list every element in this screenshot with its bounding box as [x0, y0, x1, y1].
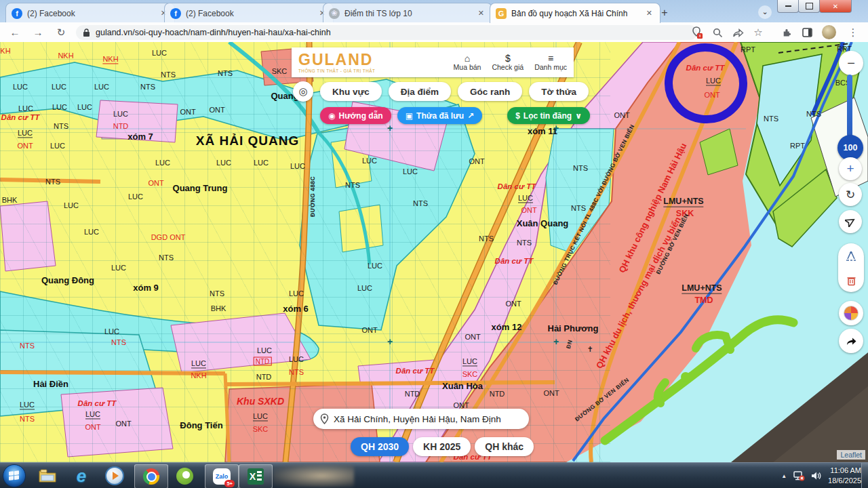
internet-explorer-button[interactable]: e [70, 464, 93, 487]
coccoc-button[interactable] [173, 464, 196, 487]
extensions-icon[interactable] [778, 24, 795, 41]
tab-facebook-1[interactable]: f (2) Facebook ✕ [5, 3, 175, 23]
profile-avatar[interactable] [822, 25, 836, 39]
tab-diem-thi[interactable]: ❀ Điểm thi TS lớp 10 ✕ [323, 3, 492, 23]
qh-2030-button[interactable]: QH 2030 [351, 437, 409, 456]
map-label: XÃ HẢI QUANG [196, 134, 299, 148]
map-label: Dân cư TT [498, 182, 536, 191]
map-label: ONT [521, 206, 536, 214]
map-label: LUC [191, 359, 206, 368]
map-label: + [553, 337, 559, 347]
map-label: Quang Đông [41, 276, 94, 285]
measure-tool-group [838, 243, 864, 292]
side-panel-icon[interactable] [799, 24, 815, 41]
dollar-icon: $ [515, 111, 520, 121]
excel-button[interactable]: X [239, 464, 273, 488]
map-label: LUC [155, 159, 170, 167]
search-icon[interactable] [709, 24, 726, 41]
map-label: ĐƯỜNG 488C [310, 176, 316, 217]
map-label: LUC [254, 159, 269, 167]
tab-close-icon[interactable]: ✕ [644, 8, 654, 18]
media-player-button[interactable] [103, 464, 126, 487]
map-label: RPT [790, 142, 805, 150]
share-icon[interactable] [730, 24, 746, 41]
tab-to-thua[interactable]: Tờ thửa [529, 82, 589, 101]
map-label: LUC [706, 77, 721, 85]
tab-guland-active[interactable]: G Bản đồ quy hoạch Xã Hải Chính ✕ [490, 3, 660, 23]
map-label: SKC [272, 67, 288, 75]
chrome-button[interactable] [134, 464, 168, 488]
map-label: Dân cư TT [396, 367, 435, 375]
map-label: xóm 7 [127, 132, 153, 142]
map-viewport[interactable]: KHNKHNKHLUCNTSNTSSKCLUCLUCLUCNTSLUCLUCLU… [0, 42, 868, 462]
window-maximize-button[interactable] [798, 0, 820, 13]
trash-icon[interactable] [846, 275, 856, 286]
map-label: LUC [94, 83, 109, 91]
map-label: NTS [111, 338, 126, 346]
map-search-bar[interactable]: Xã Hải Chính, Huyện Hải Hậu, Nam Định [313, 409, 529, 429]
location-blocked-icon[interactable]: x [689, 24, 705, 41]
zoom-in-button[interactable]: + [839, 157, 862, 180]
map-label: ONT [148, 179, 163, 187]
browser-menu-icon[interactable]: ⋮ [845, 24, 861, 41]
back-icon[interactable]: ← [7, 24, 23, 41]
tab-search-button[interactable]: ⌄ [758, 5, 772, 19]
map-label: Khu SXKD [237, 396, 284, 407]
tab-khu-vuc[interactable]: Khu vực [320, 82, 382, 101]
tab-strip: f (2) Facebook ✕ f (2) Facebook ✕ ❀ Điểm… [0, 0, 868, 22]
address-bar[interactable]: guland.vn/soi-quy-hoach/nam-dinh/huyen-h… [76, 25, 697, 40]
zoom-slider[interactable] [847, 75, 852, 137]
window-minimize-button[interactable] [777, 0, 799, 13]
saved-parcel-icon: ▣ [406, 111, 413, 121]
map-label: ONT [505, 300, 521, 308]
start-button[interactable] [3, 464, 26, 487]
map-label: NKH [58, 52, 73, 60]
menu-danh-muc[interactable]: ≡ Danh mục [534, 54, 567, 71]
map-label: BHK [211, 304, 226, 312]
measure-compass-icon[interactable] [845, 250, 857, 262]
map-label: ✝ [587, 345, 593, 353]
menu-mua-ban[interactable]: ⌂ Mua bán [454, 54, 481, 71]
huong-dan-button[interactable]: ◉ Hướng dẫn [320, 107, 391, 124]
map-label: NTS [764, 115, 778, 123]
menu-check-gia[interactable]: $ Check giá [492, 54, 524, 71]
locate-button[interactable]: ◎ [293, 81, 313, 102]
share-map-button[interactable] [839, 329, 863, 353]
bookmark-star-icon[interactable]: ☆ [750, 24, 766, 41]
map-label: NTS [573, 164, 588, 172]
taskbar-clock[interactable]: 11:06 AM 18/6/2025 [828, 466, 861, 486]
map-mode-tabs: ◎ Khu vực Địa điểm Góc ranh Tờ thửa [293, 81, 589, 102]
tab-facebook-2[interactable]: f (2) Facebook ✕ [164, 3, 334, 23]
tab-dia-diem[interactable]: Địa điểm [389, 82, 451, 101]
arrow-up-right-icon: ↗ [467, 111, 474, 121]
speaker-icon[interactable] [811, 471, 822, 481]
guland-logo[interactable]: GULAND THÔNG TIN THẬT - GIÁ TRỊ THẬT [298, 52, 375, 73]
layers-palette-button[interactable] [839, 301, 863, 325]
explorer-button[interactable] [36, 464, 59, 487]
map-label: NTD [405, 390, 420, 398]
forward-icon[interactable]: → [30, 24, 46, 41]
zalo-button[interactable]: Zalo 5+ [205, 464, 239, 488]
leaflet-attribution[interactable]: Leaflet [837, 450, 865, 460]
network-disconnected-icon[interactable] [793, 470, 805, 481]
window-close-button[interactable]: ✕ [819, 0, 852, 13]
tray-expand-icon[interactable]: ▲ [781, 473, 787, 479]
map-label: NTS [806, 110, 821, 118]
map-label: LUC [289, 289, 304, 298]
show-desktop-button[interactable] [861, 463, 868, 488]
map-label: LUC [462, 357, 477, 366]
thua-da-luu-button[interactable]: ▣ Thửa đã lưu ↗ [397, 107, 482, 124]
tab-close-icon[interactable]: ✕ [476, 8, 486, 18]
refresh-map-button[interactable]: ↻ [839, 183, 862, 206]
qh-khac-button[interactable]: QH khác [475, 437, 534, 456]
map-label: LUC [18, 104, 33, 113]
zoom-out-button[interactable]: − [839, 51, 863, 75]
map-label: NTS [218, 69, 233, 77]
loc-tin-dang-button[interactable]: $ Lọc tin đăng ∨ [507, 107, 590, 124]
kh-2025-button[interactable]: KH 2025 [413, 437, 471, 456]
tab-goc-ranh[interactable]: Góc ranh [458, 82, 522, 101]
my-location-button[interactable] [839, 210, 862, 233]
reload-icon[interactable]: ↻ [53, 24, 69, 41]
map-label: + [387, 337, 393, 347]
map-label: NTS [20, 415, 35, 423]
